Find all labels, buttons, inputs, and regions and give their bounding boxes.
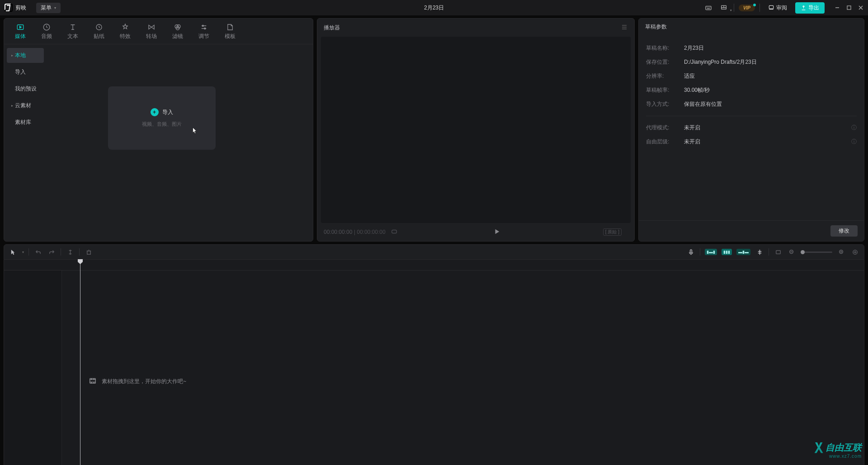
import-area: + 导入 视频、音频、图片 xyxy=(47,44,313,241)
media-sidebar: ▸ 本地 导入 我的预设 ▸ 云素材 素材库 xyxy=(4,44,47,241)
app-name: 剪映 xyxy=(15,4,26,12)
tab-sticker[interactable]: 贴纸 xyxy=(86,21,112,44)
review-button[interactable]: 审阅 xyxy=(764,3,791,13)
sticker-icon xyxy=(94,23,104,31)
time-current: 00:00:00:00 xyxy=(324,229,352,235)
zoom-fit-icon[interactable] xyxy=(850,247,859,256)
svg-point-10 xyxy=(202,25,203,27)
menu-label: 菜单 xyxy=(41,4,52,12)
modify-button[interactable]: 修改 xyxy=(830,225,858,237)
tab-media[interactable]: 媒体 xyxy=(8,21,33,44)
timeline-hint-text: 素材拖拽到这里，开始你的大作吧~ xyxy=(102,378,186,385)
params-panel: 草稿参数 草稿名称: 2月23日 保存位置: D:/JianyingPro Dr… xyxy=(638,18,864,242)
tab-filter[interactable]: 滤镜 xyxy=(165,21,190,44)
minimize-icon[interactable] xyxy=(835,5,840,10)
close-icon[interactable] xyxy=(858,5,863,10)
param-res-label: 分辨率: xyxy=(646,72,684,80)
tab-media-label: 媒体 xyxy=(15,33,26,40)
param-import: 导入方式: 保留在原有位置 xyxy=(646,97,857,111)
tab-template-label: 模板 xyxy=(225,33,236,40)
delete-icon[interactable] xyxy=(84,247,93,256)
timeline-ruler[interactable] xyxy=(4,260,864,270)
select-tool-icon[interactable] xyxy=(9,247,18,256)
tab-template[interactable]: 模板 xyxy=(217,21,243,44)
maximize-icon[interactable] xyxy=(846,5,852,10)
align-icon[interactable] xyxy=(755,247,764,256)
layout-icon[interactable]: ▾ xyxy=(718,2,729,13)
playhead[interactable] xyxy=(80,260,80,465)
param-res: 分辨率: 适应 xyxy=(646,69,857,83)
param-layer-label: 自由层级: xyxy=(646,138,684,146)
sidebar-library-label: 素材库 xyxy=(15,119,31,126)
vip-badge[interactable]: VIP xyxy=(739,5,755,11)
tab-text[interactable]: 文本 xyxy=(60,21,85,44)
params-title: 草稿参数 xyxy=(639,19,864,37)
svg-rect-21 xyxy=(90,379,95,384)
divider xyxy=(61,248,61,256)
split-icon[interactable] xyxy=(66,247,75,256)
tab-effects[interactable]: 特效 xyxy=(113,21,138,44)
svg-rect-12 xyxy=(392,230,396,233)
effects-icon xyxy=(120,23,130,31)
tab-audio[interactable]: 音频 xyxy=(34,21,59,44)
shortcuts-icon[interactable] xyxy=(703,2,714,13)
undo-icon[interactable] xyxy=(33,247,42,256)
param-path-value: D:/JianyingPro Drafts/2月23日 xyxy=(684,58,757,66)
player-viewport[interactable] xyxy=(321,37,631,223)
modify-label: 修改 xyxy=(839,228,849,234)
play-button[interactable] xyxy=(494,228,500,236)
sidebar-mypresets[interactable]: 我的预设 xyxy=(7,81,44,96)
param-import-label: 导入方式: xyxy=(646,100,684,108)
watermark-url: www.xz7.com xyxy=(829,454,862,459)
player-title: 播放器 xyxy=(324,24,340,32)
player-time: 00:00:00:00 | 00:00:00:00 xyxy=(324,229,386,235)
timeline-hint: 素材拖拽到这里，开始你的大作吧~ xyxy=(89,377,186,386)
timeline-gutter xyxy=(4,270,62,465)
export-button[interactable]: 导出 xyxy=(795,2,825,14)
zoom-slider[interactable] xyxy=(801,251,832,253)
import-title: 导入 xyxy=(162,109,173,116)
param-name-value: 2月23日 xyxy=(684,44,704,52)
import-dropzone[interactable]: + 导入 视频、音频、图片 xyxy=(108,86,216,150)
mic-icon[interactable] xyxy=(686,247,695,256)
divider xyxy=(79,248,80,256)
edit-toolbar: ▾ ▮▬▮ ▮▮▮ ▬▮▬ xyxy=(4,244,864,260)
param-res-value: 适应 xyxy=(684,72,695,80)
sidebar-import-label: 导入 xyxy=(15,68,26,76)
svg-rect-16 xyxy=(690,249,692,252)
divider xyxy=(760,4,760,12)
info-icon[interactable]: ⓘ xyxy=(851,138,857,146)
divider xyxy=(734,4,734,12)
tool-chevron-icon[interactable]: ▾ xyxy=(22,250,24,254)
redo-icon[interactable] xyxy=(47,247,56,256)
separator xyxy=(646,116,857,116)
title-bar: 剪映 菜单 ▾ 2月23日 ▾ VIP 审阅 导出 xyxy=(0,0,868,15)
zoom-out-icon[interactable] xyxy=(787,247,796,256)
sidebar-mypresets-label: 我的预设 xyxy=(15,85,37,93)
info-icon[interactable]: ⓘ xyxy=(851,124,857,132)
track-toggle-3[interactable]: ▬▮▬ xyxy=(736,249,750,255)
sidebar-import[interactable]: 导入 xyxy=(7,65,44,80)
expand-time-icon[interactable] xyxy=(391,228,397,236)
sidebar-cloud[interactable]: ▸ 云素材 xyxy=(7,98,44,113)
sidebar-local[interactable]: ▸ 本地 xyxy=(7,48,44,63)
preview-icon[interactable] xyxy=(774,247,783,256)
ratio-badge[interactable]: [ 原始 ] xyxy=(603,228,622,236)
timeline[interactable]: 素材拖拽到这里，开始你的大作吧~ xyxy=(4,260,864,465)
player-menu-icon[interactable] xyxy=(621,24,628,32)
menu-button[interactable]: 菜单 ▾ xyxy=(36,3,61,13)
param-path-label: 保存位置: xyxy=(646,58,684,66)
player-panel: 播放器 00:00:00:00 | 00:00:00:00 [ xyxy=(317,18,635,242)
filter-icon xyxy=(173,23,183,31)
tab-adjust[interactable]: 调节 xyxy=(191,21,217,44)
sidebar-library[interactable]: 素材库 xyxy=(7,115,44,130)
watermark: 自由互联 www.xz7.com xyxy=(813,441,862,459)
zoom-in-icon[interactable] xyxy=(837,247,846,256)
param-name: 草稿名称: 2月23日 xyxy=(646,41,857,55)
svg-rect-2 xyxy=(769,5,773,9)
divider xyxy=(700,248,700,256)
media-play-icon xyxy=(15,23,25,31)
tab-transition[interactable]: 转场 xyxy=(139,21,164,44)
track-toggle-2[interactable]: ▮▮▮ xyxy=(722,249,732,255)
track-toggle-1[interactable]: ▮▬▮ xyxy=(705,249,717,255)
